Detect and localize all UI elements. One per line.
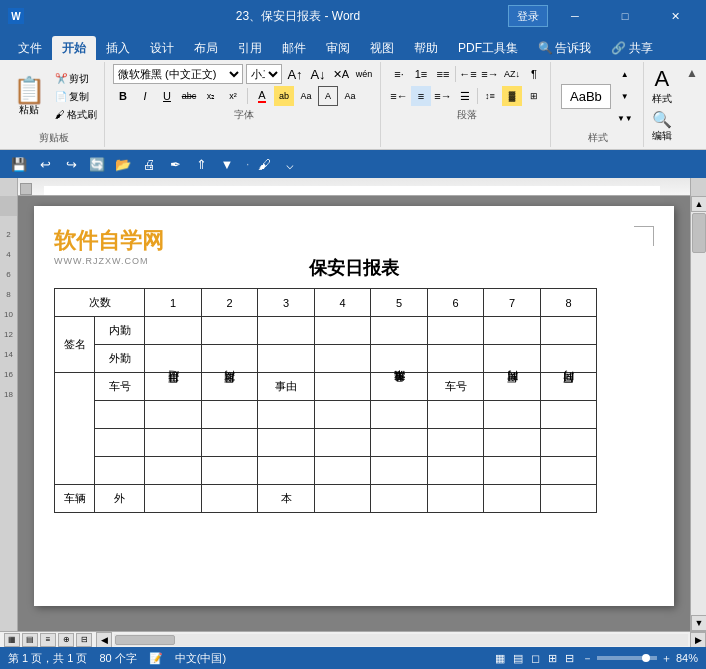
save-button[interactable]: 💾 <box>8 153 30 175</box>
auto-save-toggle[interactable]: 🔄 <box>86 153 108 175</box>
font-color-button[interactable]: A <box>252 86 272 106</box>
restore-button[interactable]: □ <box>602 4 648 28</box>
login-button[interactable]: 登录 <box>508 5 548 27</box>
view-mode-5[interactable]: ⊟ <box>76 633 92 647</box>
undo-button[interactable]: ↩ <box>34 153 56 175</box>
print-button[interactable]: 🖨 <box>138 153 160 175</box>
shading-button[interactable]: ▓ <box>502 86 522 106</box>
sort-button[interactable]: AZ↓ <box>502 64 522 84</box>
styles-button[interactable]: A 样式 <box>652 66 672 106</box>
align-center-button[interactable]: ≡ <box>411 86 431 106</box>
redo-button[interactable]: ↪ <box>60 153 82 175</box>
cut-button[interactable]: ✂️剪切 <box>52 71 100 87</box>
view-mode-3[interactable]: ≡ <box>40 633 56 647</box>
highlight-button[interactable]: ab <box>274 86 294 106</box>
scroll-down-button[interactable]: ▼ <box>691 615 706 631</box>
zoom-control[interactable]: － ＋ 84% <box>582 651 698 666</box>
tab-home[interactable]: 开始 <box>52 36 96 60</box>
char-shading-button[interactable]: Aa <box>296 86 316 106</box>
zoom-thumb[interactable] <box>642 654 650 662</box>
tab-references[interactable]: 引用 <box>228 36 272 60</box>
zoom-level[interactable]: 84% <box>676 652 698 664</box>
table-header-6: 6 <box>427 289 484 317</box>
view-mode-1[interactable]: ▦ <box>4 633 20 647</box>
line-spacing-button[interactable]: ↕≡ <box>480 86 500 106</box>
table-bottom-b8 <box>427 485 484 513</box>
tab-help[interactable]: 帮助 <box>404 36 448 60</box>
h-scroll-left[interactable]: ◀ <box>96 632 112 648</box>
scroll-track[interactable] <box>691 212 706 615</box>
share-qat[interactable]: ⇑ <box>190 153 212 175</box>
layout-icon3[interactable]: ◻ <box>531 652 540 665</box>
bullets-button[interactable]: ≡· <box>389 64 409 84</box>
layout-icon2[interactable]: ▤ <box>513 652 523 665</box>
font-aa-button[interactable]: Aa <box>340 86 360 106</box>
zoom-minus[interactable]: － <box>582 651 593 666</box>
ribbon-collapse[interactable]: ▲ <box>682 62 702 147</box>
h-scroll-track[interactable] <box>114 634 688 646</box>
phonetic-button[interactable]: wén <box>354 64 374 84</box>
h-scroll-thumb[interactable] <box>115 635 175 645</box>
bold-button[interactable]: B <box>113 86 133 106</box>
tab-tell-me[interactable]: 🔍告诉我 <box>528 36 601 60</box>
layout-icon4[interactable]: ⊞ <box>548 652 557 665</box>
format-clear-qat[interactable]: ✒ <box>164 153 186 175</box>
decrease-indent-button[interactable]: ←≡ <box>458 64 478 84</box>
layout-icon1[interactable]: ▦ <box>495 652 505 665</box>
font-shrink-button[interactable]: A↓ <box>308 64 328 84</box>
char-border-button[interactable]: A <box>318 86 338 106</box>
view-mode-2[interactable]: ▤ <box>22 633 38 647</box>
close-button[interactable]: ✕ <box>652 4 698 28</box>
styles-scroll-down[interactable]: ▼ <box>615 86 635 106</box>
zoom-track[interactable] <box>597 656 657 660</box>
clipboard-group-label: 剪贴板 <box>8 129 100 145</box>
borders-button[interactable]: ⊞ <box>524 86 544 106</box>
align-right-button[interactable]: ≡→ <box>433 86 453 106</box>
scroll-thumb[interactable] <box>692 213 706 253</box>
styles-gallery[interactable]: AaBb <box>561 84 611 109</box>
styles-scroll-up[interactable]: ▲ <box>615 64 635 84</box>
tab-file[interactable]: 文件 <box>8 36 52 60</box>
copy-button[interactable]: 📄复制 <box>52 89 100 105</box>
brush-qat[interactable]: 🖌 <box>253 153 275 175</box>
h-scroll-right[interactable]: ▶ <box>690 632 706 648</box>
search-button[interactable]: 🔍 编辑 <box>652 110 672 143</box>
align-left-button[interactable]: ≡← <box>389 86 409 106</box>
tab-layout[interactable]: 布局 <box>184 36 228 60</box>
underline-button[interactable]: U <box>157 86 177 106</box>
superscript-button[interactable]: x² <box>223 86 243 106</box>
numbering-button[interactable]: 1≡ <box>411 64 431 84</box>
minimize-button[interactable]: ─ <box>552 4 598 28</box>
open-button[interactable]: 📂 <box>112 153 134 175</box>
zoom-plus[interactable]: ＋ <box>661 651 672 666</box>
view-mode-4[interactable]: ⊕ <box>58 633 74 647</box>
scroll-up-button[interactable]: ▲ <box>691 196 706 212</box>
show-marks-button[interactable]: ¶ <box>524 64 544 84</box>
increase-indent-button[interactable]: ≡→ <box>480 64 500 84</box>
tab-view[interactable]: 视图 <box>360 36 404 60</box>
tab-share[interactable]: 🔗 共享 <box>601 36 663 60</box>
ruler-tab-indicator[interactable] <box>20 183 32 195</box>
dropdown-qat[interactable]: ⌵ <box>279 153 301 175</box>
tab-review[interactable]: 审阅 <box>316 36 360 60</box>
multilevel-button[interactable]: ≡≡ <box>433 64 453 84</box>
subscript-button[interactable]: x₂ <box>201 86 221 106</box>
styles-more[interactable]: ▼▼ <box>615 108 635 128</box>
more-qat[interactable]: ▼ <box>216 153 238 175</box>
tab-mailings[interactable]: 邮件 <box>272 36 316 60</box>
font-grow-button[interactable]: A↑ <box>285 64 305 84</box>
layout-icon5[interactable]: ⊟ <box>565 652 574 665</box>
font-size-select[interactable]: 小二 <box>246 64 282 84</box>
table-header-2: 2 <box>201 289 258 317</box>
format-painter-button[interactable]: 🖌格式刷 <box>52 107 100 123</box>
justify-button[interactable]: ☰ <box>455 86 475 106</box>
clear-format-button[interactable]: ✕A <box>331 64 351 84</box>
tab-insert[interactable]: 插入 <box>96 36 140 60</box>
tab-pdf[interactable]: PDF工具集 <box>448 36 528 60</box>
italic-button[interactable]: I <box>135 86 155 106</box>
font-name-select[interactable]: 微软雅黑 (中文正文) <box>113 64 243 84</box>
table-vrow1-shiyou <box>258 401 315 429</box>
strikethrough-button[interactable]: abc <box>179 86 199 106</box>
tab-design[interactable]: 设计 <box>140 36 184 60</box>
paste-button[interactable]: 📋 粘贴 <box>8 64 50 129</box>
